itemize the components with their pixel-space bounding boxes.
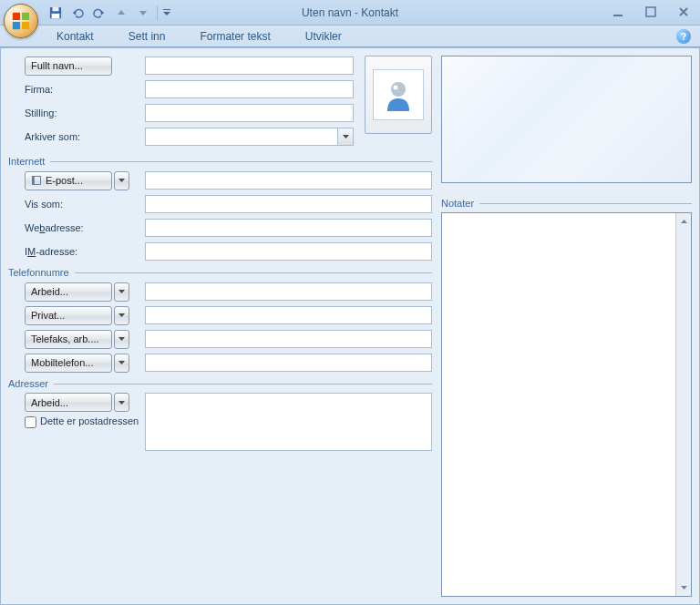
svg-marker-15 <box>343 135 349 138</box>
firma-input[interactable] <box>145 80 354 98</box>
chevron-down-icon <box>118 290 125 293</box>
undo-button[interactable] <box>67 3 88 23</box>
svg-marker-8 <box>101 10 105 15</box>
notes-textarea[interactable] <box>441 212 692 597</box>
chevron-down-icon <box>118 361 125 364</box>
svg-rect-14 <box>646 7 655 16</box>
svg-marker-24 <box>118 361 125 364</box>
email-input[interactable] <box>145 171 432 190</box>
email-button[interactable]: E-post... <box>25 171 112 190</box>
arkiver-som-dropdown[interactable] <box>337 128 353 145</box>
svg-marker-23 <box>118 337 125 341</box>
chevron-down-icon <box>118 337 125 341</box>
next-button[interactable] <box>133 3 153 23</box>
scroll-down-button[interactable] <box>677 580 691 595</box>
minimize-icon <box>612 6 623 17</box>
firma-label: Firma: <box>8 84 145 95</box>
close-icon <box>678 6 689 17</box>
email-dropdown[interactable] <box>114 171 129 190</box>
svg-marker-25 <box>118 401 125 405</box>
left-column: Fullt navn... Firma: Stilling: Arkiver s… <box>8 56 432 597</box>
im-input[interactable] <box>145 242 432 261</box>
office-button[interactable] <box>4 4 38 38</box>
svg-rect-5 <box>53 6 59 10</box>
phone-fax-input[interactable] <box>145 330 432 348</box>
svg-rect-2 <box>13 22 20 29</box>
full-name-button[interactable]: Fullt navn... <box>25 56 112 76</box>
svg-rect-19 <box>33 177 35 185</box>
full-name-input[interactable] <box>145 56 354 75</box>
phone-work-dropdown[interactable] <box>114 282 129 302</box>
close-button[interactable] <box>673 4 695 20</box>
qat-customize-button[interactable] <box>161 3 172 23</box>
webadresse-label: Webadresse: <box>8 222 145 233</box>
save-button[interactable] <box>46 3 66 23</box>
tab-kontakt[interactable]: Kontakt <box>49 26 101 46</box>
svg-rect-3 <box>22 22 29 29</box>
help-button[interactable]: ? <box>676 29 691 44</box>
window-controls <box>607 4 695 20</box>
redo-icon <box>93 6 106 19</box>
address-book-icon <box>31 175 42 186</box>
redo-button[interactable] <box>89 3 109 23</box>
svg-rect-6 <box>52 13 60 17</box>
phone-mobile-dropdown[interactable] <box>114 354 129 373</box>
svg-marker-9 <box>118 10 125 15</box>
separator <box>157 5 158 20</box>
tab-sett-inn[interactable]: Sett inn <box>121 26 173 46</box>
tab-formater-tekst[interactable]: Formater tekst <box>192 26 277 46</box>
phone-fax-dropdown[interactable] <box>114 330 129 349</box>
maximize-button[interactable] <box>640 4 662 20</box>
svg-rect-1 <box>22 13 29 20</box>
ribbon-tabs: Kontakt Sett inn Formater tekst Utvikler… <box>0 26 700 47</box>
phone-private-dropdown[interactable] <box>114 306 129 325</box>
phone-fax-button[interactable]: Telefaks, arb.... <box>25 330 112 349</box>
business-card-preview[interactable] <box>441 56 692 183</box>
minimize-button[interactable] <box>607 4 629 20</box>
arkiver-som-combo[interactable] <box>145 128 354 146</box>
phone-private-input[interactable] <box>145 306 432 324</box>
address-work-dropdown[interactable] <box>114 393 129 412</box>
contact-placeholder-icon <box>380 77 417 113</box>
help-icon: ? <box>681 32 686 42</box>
address-work-input[interactable] <box>145 393 432 451</box>
im-label: IM-adresse: <box>8 246 145 257</box>
phone-mobile-input[interactable] <box>145 354 432 372</box>
svg-marker-22 <box>118 313 125 317</box>
app-name: Kontakt <box>361 6 398 19</box>
svg-marker-12 <box>163 12 170 15</box>
address-work-button[interactable]: Arbeid... <box>25 393 112 412</box>
chevron-down-icon <box>118 313 125 317</box>
svg-marker-20 <box>118 179 125 182</box>
stilling-input[interactable] <box>145 104 354 122</box>
tab-utvikler[interactable]: Utvikler <box>298 26 349 46</box>
group-telefonnumre: Telefonnumre <box>8 267 69 278</box>
phone-private-button[interactable]: Privat... <box>25 306 112 325</box>
chevron-down-icon <box>118 401 125 405</box>
svg-marker-10 <box>139 11 147 15</box>
notes-scrollbar[interactable] <box>675 213 691 596</box>
vis-som-input[interactable] <box>145 195 432 213</box>
svg-point-17 <box>394 86 398 90</box>
doc-name: Uten navn <box>302 6 352 19</box>
scroll-up-button[interactable] <box>677 214 691 229</box>
vis-som-label: Vis som: <box>8 199 145 210</box>
phone-work-button[interactable]: Arbeid... <box>25 282 112 302</box>
prev-button[interactable] <box>111 3 131 23</box>
stilling-label: Stilling: <box>8 108 145 118</box>
webadresse-input[interactable] <box>145 219 432 237</box>
mailing-address-checkbox[interactable] <box>25 416 36 428</box>
content-area: Fullt navn... Firma: Stilling: Arkiver s… <box>0 47 700 605</box>
svg-rect-0 <box>13 13 20 20</box>
svg-point-16 <box>391 82 406 97</box>
chevron-down-icon <box>163 9 170 16</box>
group-adresser: Adresser <box>8 378 48 389</box>
svg-marker-28 <box>681 586 687 590</box>
phone-mobile-button[interactable]: Mobiltelefon... <box>25 354 112 373</box>
arkiver-som-label: Arkiver som: <box>8 131 145 142</box>
contact-photo-button[interactable] <box>365 56 432 134</box>
svg-marker-21 <box>118 290 125 293</box>
svg-rect-13 <box>613 15 623 16</box>
phone-work-input[interactable] <box>145 282 432 301</box>
chevron-up-icon <box>681 220 687 223</box>
